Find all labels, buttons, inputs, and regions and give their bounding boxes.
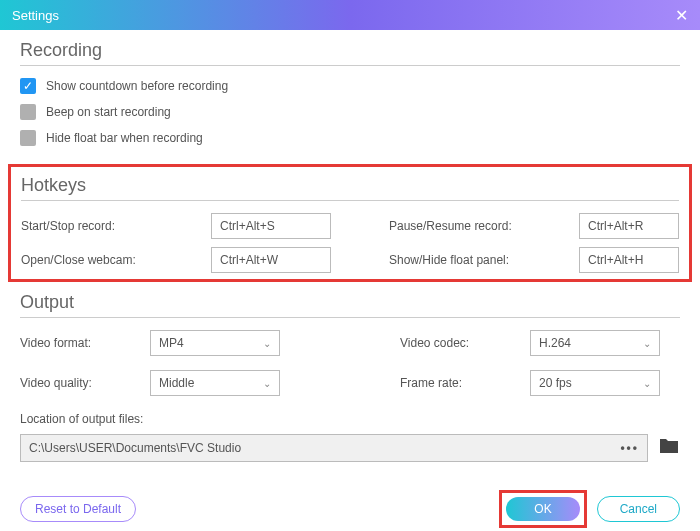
checkbox-show-countdown[interactable] <box>20 78 36 94</box>
hotkey-pause-resume-input[interactable]: Ctrl+Alt+R <box>579 213 679 239</box>
chevron-down-icon: ⌄ <box>263 338 271 349</box>
more-icon[interactable]: ••• <box>620 441 639 455</box>
hotkeys-section-title: Hotkeys <box>21 175 679 201</box>
location-label: Location of output files: <box>20 412 680 426</box>
video-format-label: Video format: <box>20 336 140 350</box>
footer: Reset to Default OK Cancel <box>0 490 700 528</box>
video-quality-select[interactable]: Middle⌄ <box>150 370 280 396</box>
hotkey-label: Pause/Resume record: <box>389 219 569 233</box>
hotkeys-highlight: Hotkeys Start/Stop record: Ctrl+Alt+S Pa… <box>8 164 692 282</box>
cancel-button[interactable]: Cancel <box>597 496 680 522</box>
ok-highlight: OK <box>499 490 586 528</box>
output-section-title: Output <box>20 292 680 318</box>
video-codec-select[interactable]: H.264⌄ <box>530 330 660 356</box>
frame-rate-label: Frame rate: <box>400 376 520 390</box>
chevron-down-icon: ⌄ <box>643 338 651 349</box>
hotkey-webcam-input[interactable]: Ctrl+Alt+W <box>211 247 331 273</box>
video-format-select[interactable]: MP4⌄ <box>150 330 280 356</box>
checkbox-row: Beep on start recording <box>20 104 680 120</box>
video-codec-label: Video codec: <box>400 336 520 350</box>
window-title: Settings <box>12 8 59 23</box>
checkbox-label: Beep on start recording <box>46 105 171 119</box>
folder-icon[interactable] <box>658 437 680 460</box>
checkbox-row: Hide float bar when recording <box>20 130 680 146</box>
checkbox-label: Show countdown before recording <box>46 79 228 93</box>
hotkey-start-stop-input[interactable]: Ctrl+Alt+S <box>211 213 331 239</box>
chevron-down-icon: ⌄ <box>263 378 271 389</box>
recording-section-title: Recording <box>20 40 680 66</box>
video-quality-label: Video quality: <box>20 376 140 390</box>
hotkey-label: Open/Close webcam: <box>21 253 201 267</box>
chevron-down-icon: ⌄ <box>643 378 651 389</box>
hotkey-label: Start/Stop record: <box>21 219 201 233</box>
hotkey-float-panel-input[interactable]: Ctrl+Alt+H <box>579 247 679 273</box>
hotkey-label: Show/Hide float panel: <box>389 253 569 267</box>
ok-button[interactable]: OK <box>506 497 579 521</box>
checkbox-row: Show countdown before recording <box>20 78 680 94</box>
frame-rate-select[interactable]: 20 fps⌄ <box>530 370 660 396</box>
checkbox-label: Hide float bar when recording <box>46 131 203 145</box>
checkbox-beep[interactable] <box>20 104 36 120</box>
location-path-input[interactable]: C:\Users\USER\Documents\FVC Studio ••• <box>20 434 648 462</box>
checkbox-hide-floatbar[interactable] <box>20 130 36 146</box>
reset-button[interactable]: Reset to Default <box>20 496 136 522</box>
close-icon[interactable]: ✕ <box>675 6 688 25</box>
titlebar: Settings ✕ <box>0 0 700 30</box>
